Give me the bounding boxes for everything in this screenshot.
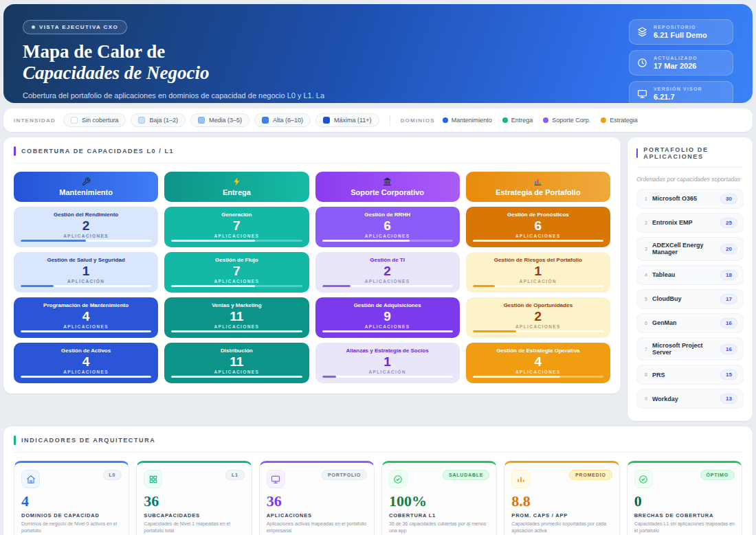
coverage-bar-track	[322, 376, 453, 378]
app-capability-count-badge: 17	[720, 294, 737, 304]
capability-app-count: 6	[535, 219, 542, 233]
domain-header-soporte[interactable]: Soporte Corporativo	[315, 172, 460, 202]
architecture-indicators-panel: INDICADORES DE ARQUITECTURA L0 4 DOMINIO…	[3, 426, 753, 535]
intensity-pill[interactable]: Alta (6–10)	[254, 113, 311, 127]
capability-unit-label: APLICACIONES	[63, 369, 109, 374]
viewer-version-value: 6.21.7	[654, 93, 702, 101]
capability-name: Gestión de Salud y Seguridad	[47, 257, 124, 264]
capability-cell[interactable]: Gestión de Oportunidades 2 APLICACIONES	[466, 297, 610, 338]
domain-header-label: Entrega	[223, 188, 251, 196]
capability-name: Distribución	[221, 348, 253, 354]
app-list-item[interactable]: 5 CloudBuy 17	[636, 289, 744, 309]
capability-cell[interactable]: Generación 7 APLICACIONES	[164, 207, 309, 247]
app-list-item[interactable]: 3 ADEXCell Energy Manager 20	[636, 237, 744, 261]
capability-unit-label: APLICACIONES	[365, 234, 410, 238]
updated-chip: ACTUALIZADO 17 Mar 2026	[629, 50, 733, 76]
capability-unit-label: APLICACIONES	[214, 324, 259, 329]
capability-name: Gestión de RRHH	[364, 212, 410, 218]
capability-name: Generación	[221, 212, 252, 218]
app-list-item[interactable]: 7 Microsoft Project Server 16	[636, 337, 744, 361]
level-badge: PORTFOLIO	[322, 470, 367, 480]
app-rank: 7	[643, 347, 647, 352]
capability-app-count: 11	[230, 310, 243, 323]
executive-view-label: VISTA EJECUTIVA CXO	[39, 24, 118, 30]
app-list-item[interactable]: 4 Tableau 18	[636, 265, 744, 285]
domain-header-mantenimiento[interactable]: Mantenimiento	[14, 172, 158, 202]
capability-cell[interactable]: Gestión de Riesgos del Portafolio 1 APLI…	[466, 252, 610, 293]
coverage-bar-fill	[21, 330, 151, 332]
coverage-bar-track	[322, 240, 453, 242]
coverage-bar-fill	[322, 240, 410, 242]
monitor-icon	[637, 89, 647, 99]
capability-cell[interactable]: Gestión de Activos 4 APLICACIONES	[14, 343, 158, 383]
capability-cell[interactable]: Distribución 11 APLICACIONES	[164, 343, 309, 383]
coverage-bar-track	[473, 330, 603, 332]
capability-cell[interactable]: Gestión de Flujo 7 APLICACIONES	[164, 252, 309, 293]
viewer-version-label: VERSIÓN VISOR	[654, 87, 702, 91]
domain-legend-item: Entrega	[502, 117, 533, 124]
intensity-pill[interactable]: Baja (1–2)	[131, 113, 186, 127]
capability-app-count: 2	[82, 219, 90, 233]
coverage-bar-fill	[21, 376, 151, 378]
app-capability-count-badge: 30	[720, 194, 737, 204]
intensity-swatch-icon	[198, 117, 205, 124]
capability-cell[interactable]: Gestión de Salud y Seguridad 1 APLICACIÓ…	[14, 252, 158, 293]
legend-bar: INTENSIDAD Sin cobertura Baja (1–2) Medi…	[3, 109, 753, 132]
kpi-description: Dominios de negocio de Nivel 0 activos e…	[21, 521, 122, 534]
coverage-bar-track	[21, 285, 151, 287]
app-list-item[interactable]: 6 GenMan 16	[636, 313, 744, 333]
capability-app-count: 7	[233, 264, 241, 278]
capability-unit-label: APLICACIONES	[365, 324, 410, 329]
kpi-description: Capacidades promedio soportadas por cada…	[511, 521, 612, 534]
kpi-label: SUBCAPACIDADES	[144, 512, 244, 519]
domain-header-label: Estrategia de Portafolio	[496, 188, 580, 196]
capability-name: Gestión de Riesgos del Portafolio	[494, 257, 582, 264]
capability-cell[interactable]: Gestión del Rendimiento 2 APLICACIONES	[14, 207, 158, 247]
intensity-swatch-icon	[323, 117, 330, 124]
domain-header-entrega[interactable]: Entrega	[164, 172, 309, 202]
capability-app-count: 4	[82, 355, 90, 369]
capability-cell[interactable]: Ventas y Marketing 11 APLICACIONES	[164, 297, 309, 338]
intensity-pill[interactable]: Máxima (11+)	[315, 113, 379, 127]
app-rank: 4	[643, 273, 647, 277]
capability-unit-label: APLICACIONES	[214, 279, 259, 284]
capability-app-count: 1	[82, 264, 90, 278]
capability-cell[interactable]: Gestión de TI 2 APLICACIONES	[315, 252, 460, 293]
coverage-bar-track	[322, 330, 453, 332]
domain-dot-icon	[502, 117, 508, 123]
level-badge: L0	[103, 470, 122, 480]
app-list-item[interactable]: 9 Workday 13	[636, 389, 744, 409]
capability-unit-label: APLICACIONES	[214, 234, 259, 238]
coverage-bar-track	[322, 285, 453, 287]
capability-cell[interactable]: Alianzas y Estrategia de Socios 1 APLICA…	[315, 343, 460, 383]
intensity-pill[interactable]: Media (3–5)	[190, 113, 249, 127]
app-rank: 2	[643, 220, 647, 225]
capability-cell[interactable]: Gestión de Adquisiciones 9 APLICACIONES	[315, 297, 460, 338]
app-list-item[interactable]: 2 Entronix EMP 25	[636, 213, 744, 233]
capability-cell[interactable]: Gestión de RRHH 6 APLICACIONES	[315, 207, 460, 247]
coverage-bar-fill	[473, 330, 516, 332]
domain-header-estrategia[interactable]: Estrategia de Portafolio	[466, 172, 610, 202]
capability-cell[interactable]: Gestión de Pronósticos 6 APLICACIONES	[466, 207, 610, 247]
bar-chart-icon	[511, 470, 530, 488]
capability-app-count: 2	[383, 264, 391, 278]
hero-meta-chips: REPOSITORIO 6.21 Full Demo ACTUALIZADO 1…	[629, 19, 733, 103]
repository-value: 6.21 Full Demo	[654, 31, 707, 39]
app-list-item[interactable]: 8 PRS 15	[636, 365, 744, 385]
monitor-icon	[267, 470, 285, 488]
layers-icon	[637, 27, 647, 37]
coverage-bar-fill	[171, 240, 255, 242]
intensity-pill[interactable]: Sin cobertura	[63, 113, 126, 127]
capability-cell[interactable]: Gestión de Estrategia Operativa 4 APLICA…	[466, 343, 610, 383]
domains-legend-label: DOMINIOS	[401, 117, 435, 124]
kpi-card-domains: L0 4 DOMINIOS DE CAPACIDAD Dominios de n…	[14, 461, 129, 535]
app-name: ADEXCell Energy Manager	[652, 242, 715, 256]
app-capability-count-badge: 15	[720, 369, 737, 380]
capability-app-count: 7	[233, 219, 241, 233]
capability-name: Gestión de Adquisiciones	[354, 302, 421, 309]
capability-name: Gestión del Rendimiento	[54, 212, 118, 218]
application-portfolio-panel: PORTAFOLIO DE APLICACIONES Ordenadas por…	[627, 137, 753, 421]
capability-cell[interactable]: Programación de Mantenimiento 4 APLICACI…	[14, 297, 158, 338]
kpi-card-subcapabilities: L1 36 SUBCAPACIDADES Capacidades de Nive…	[136, 461, 252, 535]
app-list-item[interactable]: 1 Microsoft O365 30	[636, 189, 744, 209]
